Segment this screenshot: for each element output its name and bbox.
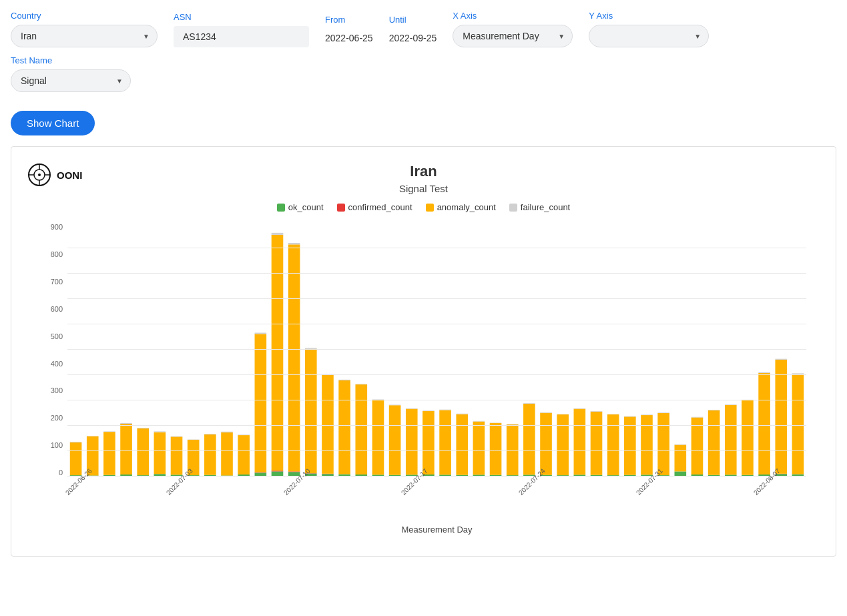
- country-select[interactable]: Iran: [11, 25, 158, 47]
- grid-lines: [67, 223, 806, 477]
- until-value: 2022-09-25: [389, 29, 437, 47]
- country-select-wrapper[interactable]: Iran ▼: [11, 25, 158, 47]
- grid-line: [67, 450, 806, 451]
- xaxis-select-wrapper[interactable]: Measurement Day ▼: [453, 25, 573, 47]
- y-axis-label: 300: [31, 386, 63, 394]
- ooni-logo: OONI: [27, 163, 82, 187]
- grid-line: [67, 248, 806, 248]
- grid-line: [67, 324, 806, 324]
- show-chart-button[interactable]: Show Chart: [11, 111, 95, 135]
- chart-area: 0100200300400500600700800900 2022-06-262…: [67, 223, 806, 535]
- grid-line: [67, 400, 806, 400]
- country-label: Country: [11, 11, 158, 21]
- xaxis-group: X Axis Measurement Day ▼: [453, 11, 573, 47]
- y-axis-labels: 0100200300400500600700800900: [31, 223, 63, 477]
- grid-line: [67, 349, 806, 350]
- asn-group: ASN: [174, 12, 309, 47]
- testname-row: Test Name Signal ▼: [11, 55, 836, 92]
- chart-header: Iran Signal Test ok_countconfirmed_count…: [27, 163, 820, 212]
- svg-point-2: [38, 174, 41, 176]
- grid-line: [67, 298, 806, 299]
- legend-color-dot: [337, 204, 345, 212]
- from-value: 2022-06-25: [325, 29, 373, 47]
- yaxis-label: Y Axis: [589, 11, 709, 21]
- testname-select-wrapper[interactable]: Signal ▼: [11, 69, 131, 92]
- xaxis-select[interactable]: Measurement Day: [453, 25, 573, 47]
- grid-line: [67, 476, 806, 477]
- legend-color-dot: [277, 204, 285, 212]
- legend-item: anomaly_count: [426, 202, 496, 212]
- controls-row: Country Iran ▼ ASN From 2022-06-25 Until…: [11, 11, 836, 47]
- x-axis-title: Measurement Day: [67, 525, 806, 535]
- y-axis-label: 500: [31, 332, 63, 340]
- yaxis-select[interactable]: [589, 25, 709, 47]
- legend-color-dot: [509, 204, 517, 212]
- from-group: From 2022-06-25: [325, 15, 373, 47]
- y-axis-label: 400: [31, 360, 63, 368]
- asn-label: ASN: [174, 12, 309, 22]
- grid-and-bars: [67, 223, 806, 477]
- yaxis-select-wrapper[interactable]: ▼: [589, 25, 709, 47]
- y-axis-label: 700: [31, 278, 63, 286]
- from-label: From: [325, 15, 373, 25]
- chart-container: OONI Iran Signal Test ok_countconfirmed_…: [11, 146, 836, 557]
- x-axis-container: 2022-06-262022-07-032022-07-102022-07-17…: [67, 479, 806, 519]
- legend-color-dot: [426, 204, 434, 212]
- legend-label: anomaly_count: [437, 202, 496, 212]
- ooni-icon: [27, 163, 51, 187]
- legend-item: ok_count: [277, 202, 324, 212]
- chart-subtitle: Signal Test: [399, 183, 448, 194]
- testname-group: Test Name Signal ▼: [11, 55, 131, 92]
- grid-line: [67, 425, 806, 426]
- legend-item: failure_count: [509, 202, 570, 212]
- y-axis-label: 900: [31, 223, 63, 231]
- legend: ok_countconfirmed_countanomaly_countfail…: [277, 202, 571, 212]
- chart-title: Iran: [410, 163, 437, 180]
- legend-label: failure_count: [521, 202, 570, 212]
- asn-input[interactable]: [174, 26, 309, 47]
- y-axis-label: 600: [31, 305, 63, 313]
- grid-line: [67, 273, 806, 274]
- y-axis-label: 0: [31, 469, 63, 477]
- country-group: Country Iran ▼: [11, 11, 158, 47]
- until-group: Until 2022-09-25: [389, 15, 437, 47]
- testname-label: Test Name: [11, 55, 131, 65]
- legend-item: confirmed_count: [337, 202, 412, 212]
- y-axis-label: 200: [31, 414, 63, 422]
- legend-label: ok_count: [288, 202, 324, 212]
- y-axis-label: 800: [31, 250, 63, 258]
- testname-select[interactable]: Signal: [11, 69, 131, 92]
- until-label: Until: [389, 15, 437, 25]
- y-axis-label: 100: [31, 441, 63, 449]
- legend-label: confirmed_count: [348, 202, 412, 212]
- xaxis-label: X Axis: [453, 11, 573, 21]
- grid-line: [67, 374, 806, 375]
- yaxis-group: Y Axis ▼: [589, 11, 709, 47]
- ooni-label: OONI: [57, 170, 82, 181]
